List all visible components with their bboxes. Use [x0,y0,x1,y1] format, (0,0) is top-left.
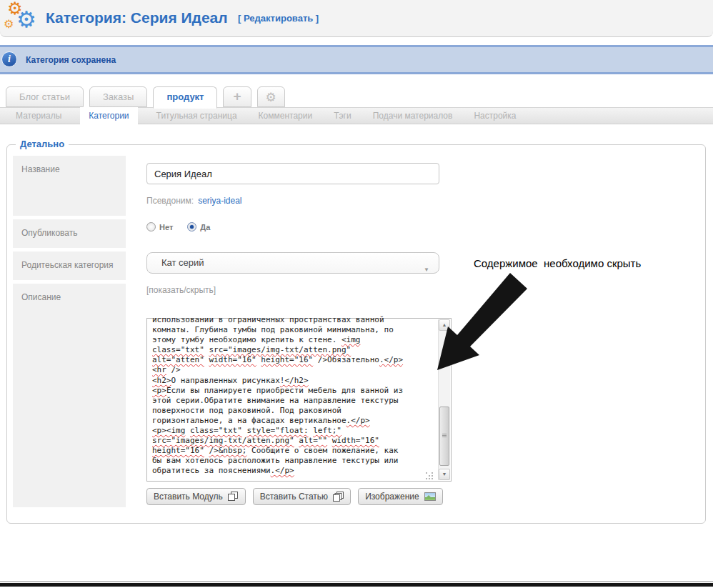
label-description: Описание [13,284,126,507]
copy-icon [228,492,239,502]
subtab-3[interactable]: Комментарии [256,108,316,124]
label-published: Опубликовать [13,219,126,248]
footer-bar [0,583,713,587]
alias-label: Псевдоним: [146,196,194,206]
add-tab-button[interactable]: + [223,86,251,107]
insert-article-label: Вставить Статью [260,492,328,502]
radio-yes-label: Да [200,223,210,231]
plus-icon: + [233,89,241,104]
info-icon: i [1,51,17,67]
gear-icon: ⚙ [266,91,276,104]
app-logo: ⚙ ⚙ ⚙ [4,1,41,36]
image-icon [424,492,436,501]
fieldset-legend: Детально [16,139,69,149]
editor-button-row: Вставить Модуль Вставить Статью Изображе… [146,488,443,505]
parent-category-select[interactable]: Кат серий ▼ [146,252,439,274]
radio-no-circle-icon [146,222,156,231]
radio-no[interactable]: Нет [146,222,173,231]
description-editor[interactable]: использовании в ограниченных пространств… [146,318,452,482]
label-parent-category: Родитеьская категория [13,251,126,280]
subtab-5[interactable]: Подачи материалов [370,108,456,124]
parent-category-value: Кат серий [161,257,204,268]
name-input[interactable] [146,163,439,184]
scrollbar-down-icon[interactable]: ▼ [439,469,450,480]
alias-row: Псевдоним:seriya-ideal [146,196,242,206]
description-editor-text[interactable]: использовании в ограниченных пространств… [152,315,435,478]
subtab-4[interactable]: Тэги [331,108,354,124]
subtab-2[interactable]: Титульная страница [154,108,240,124]
page-header: ⚙ ⚙ ⚙ Категория: Серия Идеал [ Редактиро… [0,0,713,37]
tab-product[interactable]: продукт [153,86,217,109]
insert-image-label: Изображение [365,492,419,502]
page-title: Категория: Серия Идеал [46,9,228,26]
notice-text: Категория сохранена [26,55,116,65]
subtab-0[interactable]: Материалы [13,108,64,124]
alias-link[interactable]: seriya-ideal [198,196,241,206]
tab-blog-articles[interactable]: Блог статьи [6,86,84,107]
page: ⚙ ⚙ ⚙ Категория: Серия Идеал [ Редактиро… [0,0,713,588]
tab-orders[interactable]: Заказы [89,86,147,107]
label-name: Название [13,156,126,216]
insert-article-button[interactable]: Вставить Статью [253,488,351,505]
annotation-arrow-icon [422,264,543,379]
insert-module-button[interactable]: Вставить Модуль [146,488,246,505]
gear-blue-icon: ⚙ [16,6,36,33]
insert-image-button[interactable]: Изображение [358,488,443,505]
resize-grip-icon[interactable] [426,472,434,479]
published-radio-group: Нет Да [146,222,210,231]
radio-yes[interactable]: Да [187,222,210,231]
scrollbar-thumb[interactable] [439,407,449,466]
subtab-6[interactable]: Настройка [471,108,519,124]
footer-divider [0,581,713,582]
insert-module-label: Вставить Модуль [154,492,223,502]
subtab-bar: МатериалыКатегорииТитульная страницаКомм… [0,107,713,124]
main-tab-bar: Блог статьи Заказы продукт + ⚙ [6,86,285,107]
radio-yes-circle-icon [187,222,196,231]
tab-settings-button[interactable]: ⚙ [257,86,285,107]
subtab-1[interactable]: Категории [80,107,137,124]
pages-icon [333,492,344,502]
radio-no-label: Нет [159,223,173,231]
gear-orange-small-icon: ⚙ [4,17,14,31]
edit-mode-label: [ Редактировать ] [238,13,319,24]
description-toggle-link[interactable]: [показать/скрыть] [146,285,216,295]
notice-bar: i Категория сохранена [0,45,713,74]
